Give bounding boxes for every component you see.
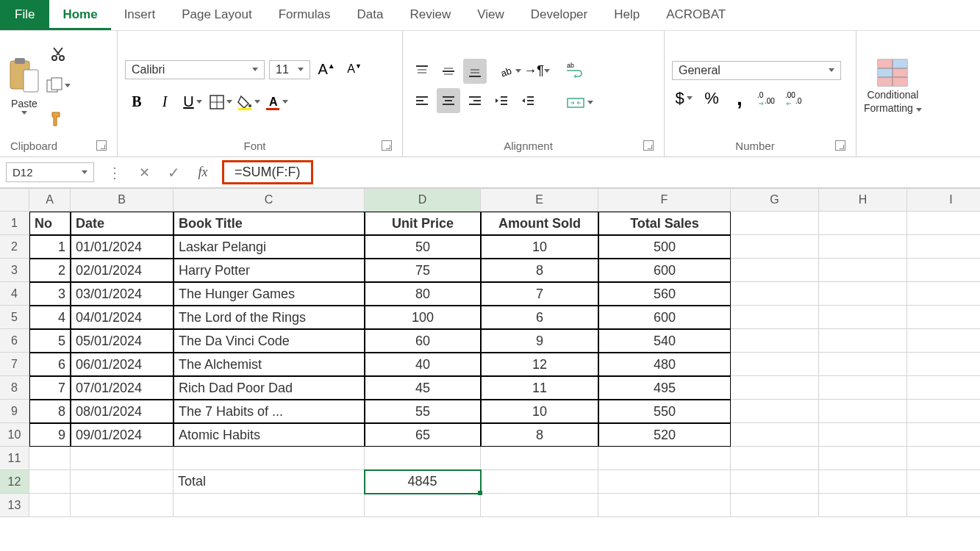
paste-button[interactable]: Paste — [7, 57, 41, 115]
col-header-F[interactable]: F — [598, 188, 731, 212]
cell-C11[interactable] — [174, 447, 365, 470]
font-color-button[interactable]: A — [265, 90, 288, 115]
cell-H13[interactable] — [819, 494, 907, 517]
cell-A8[interactable]: 7 — [29, 376, 71, 400]
tab-formulas[interactable]: Formulas — [265, 0, 344, 30]
cell-F11[interactable] — [598, 447, 731, 470]
dialog-launcher[interactable] — [382, 140, 392, 151]
cell-D1[interactable]: Unit Price — [365, 212, 481, 235]
cell-E12[interactable] — [481, 470, 598, 494]
cell-B5[interactable]: 04/01/2024 — [71, 306, 174, 329]
row-header-7[interactable]: 7 — [0, 353, 29, 376]
cell-D13[interactable] — [365, 494, 481, 517]
tab-help[interactable]: Help — [601, 0, 653, 30]
cell-B4[interactable]: 03/01/2024 — [71, 282, 174, 306]
cell-F5[interactable]: 600 — [598, 306, 731, 329]
cell-I12[interactable] — [907, 470, 980, 494]
name-box[interactable]: D12 — [6, 162, 94, 182]
cell-I13[interactable] — [907, 494, 980, 517]
row-header-2[interactable]: 2 — [0, 235, 29, 259]
cell-H7[interactable] — [819, 353, 907, 376]
cell-A9[interactable]: 8 — [29, 400, 71, 423]
merge-center-button[interactable] — [560, 90, 598, 116]
row-header-11[interactable]: 11 — [0, 447, 29, 470]
cell-D4[interactable]: 80 — [365, 282, 481, 306]
cell-D7[interactable]: 40 — [365, 353, 481, 376]
col-header-C[interactable]: C — [174, 188, 365, 212]
cell-I10[interactable] — [907, 423, 980, 447]
align-right-button[interactable] — [463, 88, 487, 113]
cell-I8[interactable] — [907, 376, 980, 400]
cell-I6[interactable] — [907, 329, 980, 353]
cell-A4[interactable]: 3 — [29, 282, 71, 306]
cell-C3[interactable]: Harry Potter — [174, 259, 365, 282]
cell-E3[interactable]: 8 — [481, 259, 598, 282]
cell-G4[interactable] — [731, 282, 819, 306]
cell-G11[interactable] — [731, 447, 819, 470]
cell-E9[interactable]: 10 — [481, 400, 598, 423]
cell-A3[interactable]: 2 — [29, 259, 71, 282]
cell-C1[interactable]: Book Title — [174, 212, 365, 235]
orientation-button[interactable]: ab — [498, 59, 522, 84]
col-header-B[interactable]: B — [71, 188, 174, 212]
bold-button[interactable]: B — [125, 90, 149, 115]
font-size-select[interactable]: 11 — [269, 60, 310, 79]
cell-C4[interactable]: The Hunger Games — [174, 282, 365, 306]
cell-D5[interactable]: 100 — [365, 306, 481, 329]
cell-D12[interactable]: 4845 — [365, 470, 481, 494]
row-header-9[interactable]: 9 — [0, 400, 29, 423]
cell-H1[interactable] — [819, 212, 907, 235]
cell-E2[interactable]: 10 — [481, 235, 598, 259]
format-painter-button[interactable] — [46, 106, 71, 131]
cell-A2[interactable]: 1 — [29, 235, 71, 259]
align-top-button[interactable] — [410, 59, 434, 84]
cell-A6[interactable]: 5 — [29, 329, 71, 353]
cell-I2[interactable] — [907, 235, 980, 259]
italic-button[interactable]: I — [153, 90, 176, 115]
dialog-launcher[interactable] — [643, 140, 654, 151]
decrease-indent-button[interactable] — [490, 88, 513, 113]
cell-B12[interactable] — [71, 470, 174, 494]
cell-H9[interactable] — [819, 400, 907, 423]
cell-C12[interactable]: Total — [174, 470, 365, 494]
cell-B8[interactable]: 07/01/2024 — [71, 376, 174, 400]
cell-D11[interactable] — [365, 447, 481, 470]
cell-G8[interactable] — [731, 376, 819, 400]
tab-review[interactable]: Review — [396, 0, 464, 30]
wrap-text-button[interactable]: ab — [560, 56, 590, 82]
cell-F9[interactable]: 550 — [598, 400, 731, 423]
tab-view[interactable]: View — [464, 0, 518, 30]
cell-E4[interactable]: 7 — [481, 282, 598, 306]
cell-D9[interactable]: 55 — [365, 400, 481, 423]
cell-B1[interactable]: Date — [71, 212, 174, 235]
fill-color-button[interactable] — [237, 90, 260, 115]
worksheet-grid[interactable]: ABCDEFGHI1NoDateBook TitleUnit PriceAmou… — [0, 188, 980, 517]
cell-E7[interactable]: 12 — [481, 353, 598, 376]
formula-enter-button[interactable]: ✓ — [159, 157, 188, 187]
cell-A13[interactable] — [29, 494, 71, 517]
cell-E11[interactable] — [481, 447, 598, 470]
increase-indent-button[interactable] — [516, 88, 540, 113]
cell-G13[interactable] — [731, 494, 819, 517]
cell-F13[interactable] — [598, 494, 731, 517]
row-header-1[interactable]: 1 — [0, 212, 29, 235]
cell-H8[interactable] — [819, 376, 907, 400]
cell-A10[interactable]: 9 — [29, 423, 71, 447]
cell-F6[interactable]: 540 — [598, 329, 731, 353]
cell-I9[interactable] — [907, 400, 980, 423]
cell-C10[interactable]: Atomic Habits — [174, 423, 365, 447]
decrease-decimal-button[interactable]: .00.0 — [784, 86, 807, 111]
cell-I11[interactable] — [907, 447, 980, 470]
cell-A1[interactable]: No — [29, 212, 71, 235]
row-header-8[interactable]: 8 — [0, 376, 29, 400]
cell-G7[interactable] — [731, 353, 819, 376]
conditional-formatting-button[interactable]: Conditional Formatting — [864, 58, 922, 114]
cell-A12[interactable] — [29, 470, 71, 494]
tab-developer[interactable]: Developer — [518, 0, 601, 30]
select-all-corner[interactable] — [0, 188, 29, 212]
cell-E10[interactable]: 8 — [481, 423, 598, 447]
currency-button[interactable]: $ — [672, 86, 695, 111]
cell-A11[interactable] — [29, 447, 71, 470]
cut-button[interactable] — [46, 41, 71, 66]
tab-file[interactable]: File — [0, 0, 49, 30]
